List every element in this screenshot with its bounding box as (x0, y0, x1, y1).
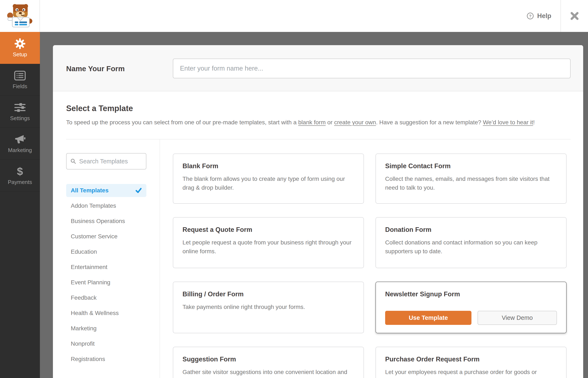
template-intro: To speed up the process you can select f… (66, 119, 535, 126)
sidebar-item-label: Setup (13, 51, 27, 58)
sidebar-item-payments[interactable]: $ Payments (0, 160, 40, 191)
category-marketing[interactable]: Marketing (66, 322, 146, 335)
category-all-templates[interactable]: All Templates (66, 184, 146, 197)
intro-text: ! (533, 119, 535, 126)
template-card-title: Suggestion Form (183, 355, 354, 363)
card-actions: Use Template View Demo (385, 311, 557, 325)
dollar-icon: $ (17, 166, 23, 177)
checkmark-icon (135, 187, 142, 194)
search-input[interactable] (79, 158, 142, 165)
card-simple-contact-form[interactable]: Simple Contact Form Collect the names, e… (375, 153, 567, 204)
svg-text:?: ? (529, 14, 532, 18)
template-card-title: Donation Form (385, 226, 557, 233)
template-card-description: The blank form allows you to create any … (183, 175, 354, 192)
form-name-section: Name Your Form (53, 45, 583, 91)
template-search (66, 153, 146, 169)
category-list: All Templates Addon Templates Business O… (66, 184, 146, 368)
sidebar-item-marketing[interactable]: Marketing (0, 128, 40, 160)
category-health-wellness[interactable]: Health & Wellness (66, 307, 146, 320)
category-registrations[interactable]: Registrations (66, 352, 146, 366)
card-suggestion-form[interactable]: Suggestion Form Gather site visitor sugg… (173, 347, 364, 378)
use-template-button[interactable]: Use Template (385, 311, 471, 325)
card-blank-form[interactable]: Blank Form The blank form allows you to … (173, 153, 364, 204)
card-purchase-order-request-form[interactable]: Purchase Order Request Form Let your emp… (375, 347, 567, 378)
help-label: Help (537, 12, 551, 20)
category-addon-templates[interactable]: Addon Templates (66, 199, 146, 212)
sidebar-item-setup[interactable]: Setup (0, 32, 40, 64)
template-card-description: Gather site visitor suggestions into one… (183, 368, 354, 378)
template-card-title: Billing / Order Form (183, 290, 354, 298)
form-builder-window: ? Help (0, 0, 588, 378)
sidebar-item-label: Marketing (8, 147, 32, 153)
category-customer-service[interactable]: Customer Service (66, 230, 146, 243)
intro-text: To speed up the process you can select f… (66, 119, 298, 126)
column-divider (160, 139, 160, 378)
category-feedback[interactable]: Feedback (66, 291, 146, 304)
category-education[interactable]: Education (66, 245, 146, 258)
help-button[interactable]: ? Help (527, 0, 551, 32)
template-card-description: Let people request a quote from your bus… (183, 238, 354, 256)
form-name-input[interactable] (173, 59, 571, 78)
wpforms-bear-icon (6, 3, 34, 29)
create-your-own-link[interactable]: create your own (334, 119, 376, 126)
template-section: Select a Template To speed up the proces… (53, 91, 583, 378)
sidebar-item-label: Fields (13, 83, 27, 90)
template-card-title: Purchase Order Request Form (385, 355, 557, 363)
sidebar-item-label: Settings (10, 115, 30, 122)
form-name-label: Name Your Form (66, 65, 125, 73)
card-newsletter-signup-form[interactable]: Newsletter Signup Form Use Template View… (375, 282, 567, 333)
category-event-planning[interactable]: Event Planning (66, 276, 146, 289)
template-card-description: Let your employees request a purchase or… (385, 368, 557, 378)
category-nonprofit[interactable]: Nonprofit (66, 337, 146, 350)
blank-form-link[interactable]: blank form (298, 119, 326, 126)
template-card-title: Blank Form (183, 162, 354, 170)
gear-icon (14, 38, 26, 49)
suggest-template-link[interactable]: We’d love to hear it (483, 119, 533, 126)
sliders-icon (14, 102, 26, 113)
builder-sidebar: Setup Fields (0, 32, 40, 378)
card-donation-form[interactable]: Donation Form Collect donations and cont… (375, 217, 567, 268)
template-card-description: Take payments online right through your … (183, 303, 354, 311)
card-billing-order-form[interactable]: Billing / Order Form Take payments onlin… (173, 282, 364, 333)
fields-icon (14, 70, 26, 81)
template-card-title: Simple Contact Form (385, 162, 557, 170)
close-icon (570, 12, 579, 20)
template-card-description: Collect donations and contact informatio… (385, 238, 557, 256)
megaphone-icon (14, 134, 26, 145)
category-business-operations[interactable]: Business Operations (66, 215, 146, 228)
template-card-title: Request a Quote Form (183, 226, 354, 233)
wpforms-logo (0, 0, 40, 32)
close-button[interactable] (561, 0, 588, 32)
section-divider (66, 139, 571, 139)
help-icon: ? (527, 12, 534, 20)
top-bar: ? Help (0, 0, 588, 32)
view-demo-button[interactable]: View Demo (478, 311, 557, 325)
sidebar-item-label: Payments (8, 179, 32, 185)
search-icon (70, 158, 76, 165)
template-grid: Blank Form The blank form allows you to … (173, 153, 567, 378)
template-card-description: Collect the names, emails, and messages … (385, 175, 557, 192)
template-card-title: Newsletter Signup Form (385, 290, 557, 298)
select-template-title: Select a Template (66, 104, 133, 113)
sidebar-item-fields[interactable]: Fields (0, 64, 40, 96)
setup-panel: Name Your Form Select a Template To spee… (53, 45, 583, 378)
card-request-a-quote-form[interactable]: Request a Quote Form Let people request … (173, 217, 364, 268)
intro-text: or (326, 119, 334, 126)
sidebar-item-settings[interactable]: Settings (0, 96, 40, 128)
category-entertainment[interactable]: Entertainment (66, 261, 146, 274)
intro-text: . Have a suggestion for a new template? (376, 119, 483, 126)
